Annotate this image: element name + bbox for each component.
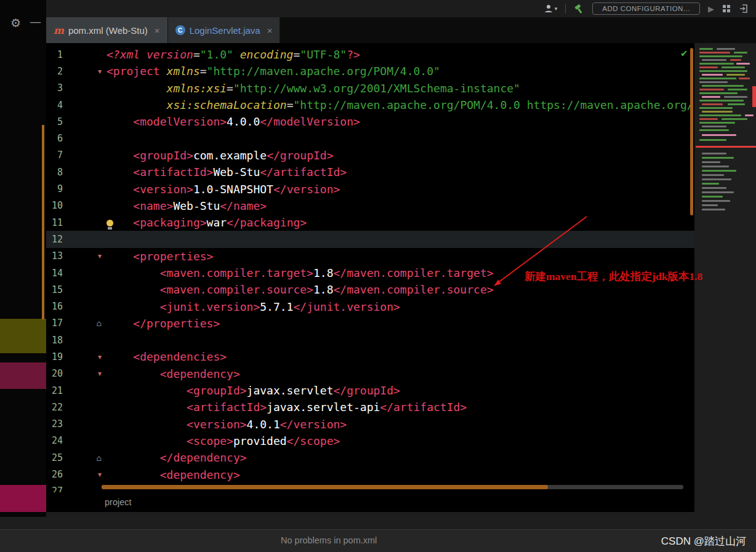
build-hammer-icon[interactable] <box>574 4 584 14</box>
line-number: 6 <box>46 133 63 144</box>
code-text: <dependency> <box>107 468 694 481</box>
line-number: 24 <box>46 435 63 446</box>
scroll-minimap[interactable] <box>694 43 756 492</box>
fold-collapse-icon[interactable]: ▾ <box>63 471 107 478</box>
minimap-mark <box>702 96 720 98</box>
code-text: <version>1.0-SNAPSHOT</version> <box>107 183 694 196</box>
intention-bulb-icon[interactable] <box>106 220 113 230</box>
fold-collapse-icon[interactable]: ▾ <box>63 252 107 260</box>
close-tab-icon[interactable]: × <box>155 25 160 36</box>
editor-tabs: mpom.xml (Web-Stu)×CLoginServlet.java× <box>46 17 280 43</box>
horizontal-scrollbar-thumb[interactable] <box>102 485 548 489</box>
code-text: <junit.version>5.7.1</junit.version> <box>107 300 694 313</box>
code-line-17[interactable]: 17⌂ </properties> <box>46 315 694 332</box>
line-number: 12 <box>46 234 63 245</box>
tab-label: LoginServlet.java <box>190 25 260 36</box>
minimap-mark <box>699 122 735 124</box>
code-line-10[interactable]: 10 <name>Web-Stu</name> <box>46 198 694 214</box>
code-line-26[interactable]: 26▾ <dependency> <box>46 466 694 482</box>
minimap-mark <box>699 70 747 72</box>
fold-collapse-icon[interactable]: ▾ <box>63 68 107 75</box>
minimap-mark <box>702 191 734 193</box>
code-line-15[interactable]: 15 <maven.compiler.source>1.8</maven.com… <box>46 281 694 298</box>
code-editor[interactable]: 1<?xml version="1.0" encoding="UTF-8"?>2… <box>46 43 694 492</box>
code-line-5[interactable]: 5 <modelVersion>4.0.0</modelVersion> <box>46 113 694 130</box>
code-line-19[interactable]: 19▾ <dependencies> <box>46 348 694 365</box>
code-line-18[interactable]: 18 <box>46 332 694 348</box>
breadcrumb-item-project[interactable]: project <box>105 497 132 507</box>
toolbar-divider <box>565 4 566 14</box>
minimap-mark <box>702 153 726 154</box>
user-account-icon[interactable]: ▾ <box>544 4 558 14</box>
close-tab-icon[interactable]: × <box>267 25 273 36</box>
minimap-mark <box>702 126 726 127</box>
watermark-text: CSDN @踏过山河 <box>661 534 746 548</box>
code-line-2[interactable]: 2▾<project xmlns="http://maven.apache.or… <box>46 63 694 79</box>
code-text: xsi:schemaLocation="http://maven.apache.… <box>107 98 694 111</box>
code-text: <artifactId>Web-Stu</artifactId> <box>107 166 694 178</box>
code-text: <dependency> <box>107 367 694 380</box>
line-number: 4 <box>46 100 63 111</box>
minimap-mark <box>752 86 756 107</box>
code-line-6[interactable]: 6 <box>46 130 694 146</box>
code-line-9[interactable]: 9 <version>1.0-SNAPSHOT</version> <box>46 180 694 197</box>
code-text: <packaging>war</packaging> <box>107 216 694 229</box>
line-number: 15 <box>46 284 63 295</box>
run-button[interactable]: ▶ <box>708 4 714 14</box>
minimap-mark <box>702 174 724 176</box>
code-text: <name>Web-Stu</name> <box>107 199 694 212</box>
minimap-mark <box>702 74 723 76</box>
minimap-mark <box>699 107 733 109</box>
code-line-21[interactable]: 21 <groupId>javax.servlet</groupId> <box>46 382 694 399</box>
fold-end-icon[interactable]: ⌂ <box>63 454 107 462</box>
line-number: 25 <box>46 452 63 463</box>
editor-tab-1[interactable]: mpom.xml (Web-Stu)× <box>46 17 168 43</box>
line-number: 7 <box>46 150 63 161</box>
add-configuration-button[interactable]: ADD CONFIGURATION... <box>592 2 700 15</box>
status-message: No problems in pom.xml <box>281 535 377 545</box>
minimap-mark <box>734 52 747 54</box>
editor-tab-2[interactable]: CLoginServlet.java× <box>168 17 281 43</box>
code-line-12[interactable]: 12 <box>46 231 694 247</box>
code-line-23[interactable]: 23 <version>4.0.1</version> <box>46 416 694 433</box>
maven-file-icon: m <box>54 25 64 36</box>
code-line-24[interactable]: 24 <scope>provided</scope> <box>46 433 694 449</box>
code-line-11[interactable]: 11 <packaging>war</packaging> <box>46 214 694 231</box>
gear-icon[interactable]: ⚙ <box>10 16 21 30</box>
services-grid-icon[interactable] <box>722 4 731 13</box>
minimap-mark <box>702 134 736 136</box>
minimap-mark <box>730 59 741 61</box>
minimap-mark <box>702 204 718 206</box>
code-line-25[interactable]: 25⌂ </dependency> <box>46 449 694 466</box>
minimap-mark <box>699 63 734 65</box>
fold-end-icon[interactable]: ⌂ <box>63 319 107 327</box>
minimap-mark <box>699 48 713 50</box>
code-line-3[interactable]: 3 xmlns:xsi="http://www.w3.org/2001/XMLS… <box>46 80 694 97</box>
fold-collapse-icon[interactable]: ▾ <box>63 370 107 377</box>
code-line-22[interactable]: 22 <artifactId>javax.servlet-api</artifa… <box>46 399 694 415</box>
left-strip-block-maroon <box>0 362 46 389</box>
minimap-mark <box>722 66 745 68</box>
code-line-20[interactable]: 20▾ <dependency> <box>46 366 694 382</box>
editor-tab-bar: mpom.xml (Web-Stu)×CLoginServlet.java× <box>46 17 756 43</box>
ide-window: ▾ ADD CONFIGURATION... ▶ ⚙ — mpom.xml (W… <box>0 0 756 552</box>
minimap-mark <box>702 103 723 105</box>
code-line-16[interactable]: 16 <junit.version>5.7.1</junit.version> <box>46 298 694 314</box>
minimap-mark <box>699 81 728 83</box>
code-line-1[interactable]: 1<?xml version="1.0" encoding="UTF-8"?> <box>46 46 694 63</box>
fold-collapse-icon[interactable]: ▾ <box>63 353 107 361</box>
code-text: <maven.compiler.target>1.8</maven.compil… <box>107 266 694 279</box>
code-line-4[interactable]: 4 xsi:schemaLocation="http://maven.apach… <box>46 97 694 113</box>
exit-icon[interactable] <box>739 4 749 14</box>
minimap-mark <box>702 183 719 185</box>
minimap-mark <box>699 118 718 120</box>
minimize-icon[interactable]: — <box>30 16 41 28</box>
code-line-13[interactable]: 13▾ <properties> <box>46 248 694 265</box>
code-text: <?xml version="1.0" encoding="UTF-8"?> <box>107 48 694 61</box>
vertical-scrollbar-thumb[interactable] <box>690 48 693 215</box>
code-line-8[interactable]: 8 <artifactId>Web-Stu</artifactId> <box>46 164 694 180</box>
code-line-7[interactable]: 7 <groupId>com.example</groupId> <box>46 147 694 164</box>
code-line-14[interactable]: 14 <maven.compiler.target>1.8</maven.com… <box>46 265 694 281</box>
code-text: <maven.compiler.source>1.8</maven.compil… <box>107 283 694 296</box>
minimap-mark <box>699 55 742 57</box>
